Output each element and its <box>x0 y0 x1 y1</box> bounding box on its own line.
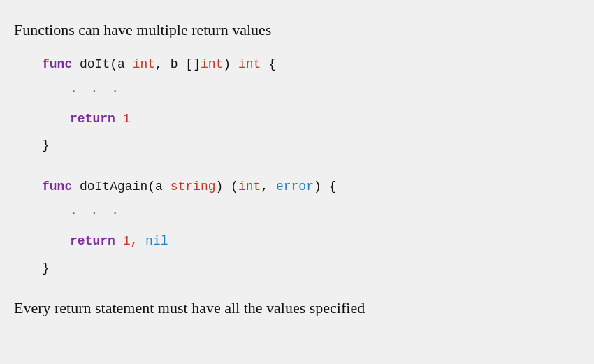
func2-type-string: string <box>171 180 216 194</box>
func2-name: doItAgain <box>80 180 147 194</box>
func2-dots: · · · <box>70 204 580 224</box>
func2-param-a: a <box>155 180 163 194</box>
code-block-func2: func doItAgain(a string) (int, error) { … <box>42 177 580 278</box>
code-block-func1: func doIt(a int, b []int) int { · · · re… <box>42 54 580 156</box>
func1-return: return 1 <box>70 109 580 129</box>
func2-return-error: error <box>276 180 314 194</box>
func2-return-val2: nil <box>145 234 168 248</box>
func2-signature: func doItAgain(a string) (int, error) { <box>42 177 580 197</box>
func2-return: return 1, nil <box>70 231 580 252</box>
func2-close-brace: } <box>42 259 580 279</box>
func2-open-brace: { <box>329 180 337 194</box>
func1-param-b: b <box>171 57 178 71</box>
func1-open-brace: { <box>268 57 276 71</box>
func1-return-type: int <box>238 57 261 71</box>
func1-return-value: 1 <box>123 112 131 126</box>
func2-keyword: func <box>42 180 72 194</box>
func1-signature: func doIt(a int, b []int) int { <box>42 54 580 75</box>
func1-close-brace: } <box>42 136 580 156</box>
func2-return-int: int <box>238 180 261 194</box>
func1-return-keyword: return <box>70 112 115 126</box>
func1-param-a: a <box>117 57 125 71</box>
func1-dots: · · · <box>70 82 580 102</box>
page-heading: Functions can have multiple return value… <box>14 21 580 39</box>
footer-text: Every return statement must have all the… <box>14 299 580 317</box>
func1-type-slice-int: int <box>201 57 223 71</box>
func2-return-val1: 1, <box>123 234 138 248</box>
func2-return-keyword: return <box>70 234 115 248</box>
func1-name: doIt <box>80 57 110 71</box>
func1-type-int: int <box>133 57 155 71</box>
func1-keyword: func <box>42 57 72 71</box>
